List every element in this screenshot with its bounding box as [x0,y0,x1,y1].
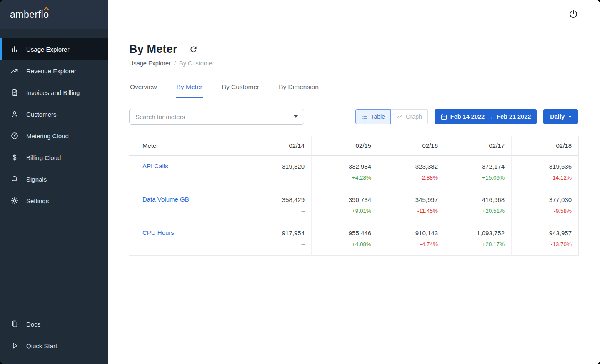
date-column-header: 02/16 [378,136,445,156]
breadcrumb-parent[interactable]: Usage Explorer [129,60,171,67]
usage-delta: -9.58% [512,207,572,214]
view-toggle-label: Graph [406,113,422,120]
breadcrumb: Usage Explorer / By Customer [129,60,578,67]
sidebar-item-metering-cloud[interactable]: Metering Cloud [0,125,108,147]
sidebar-item-label: Signals [26,176,47,183]
dollar-icon [10,153,19,162]
chevron-down-icon[interactable] [294,115,298,118]
date-range-button[interactable]: Feb 14 2022 → Feb 21 2022 [435,109,537,124]
tab-by-customer[interactable]: By Customer [221,83,260,98]
search-input[interactable] [135,113,290,120]
value-cell: 917,954– [245,222,312,256]
value-cell: 358,429– [245,189,312,222]
sidebar-item-label: Usage Explorer [26,46,69,53]
right-controls: TableGraph Feb 14 2022 → Feb 21 2022 Dai… [355,109,578,124]
usage-value: 377,030 [512,196,572,204]
power-button[interactable] [567,7,580,22]
sidebar-item-customers[interactable]: Customers [0,103,108,125]
power-icon [568,14,578,20]
usage-value: 332,984 [312,162,371,171]
meter-search[interactable] [129,109,304,125]
usage-table: Meter 02/1402/1502/1602/1702/18 API Call… [129,136,579,256]
usage-delta: +4.08% [312,241,371,248]
docs-icon [10,319,19,329]
date-column-header: 02/15 [312,136,378,156]
title-row: By Meter [129,43,578,56]
tab-by-meter[interactable]: By Meter [176,83,203,98]
table-view-button[interactable]: Table [355,109,390,124]
usage-delta: -13.70% [512,241,572,248]
usage-value: 390,734 [312,196,371,204]
app-window: amberflo Usage ExplorerRevenue ExplorerI… [0,0,600,364]
sidebar-item-label: Quick Start [26,342,57,349]
usage-value: 416,968 [445,196,505,204]
usage-delta: +9.01% [312,207,371,214]
gear-icon [10,196,19,205]
value-cell: 319,320– [245,156,312,189]
sidebar-item-label: Metering Cloud [26,132,69,140]
usage-value: 917,954 [245,229,305,237]
usage-value: 358,429 [245,196,305,204]
meter-column-header: Meter [129,136,245,156]
sidebar-item-revenue-explorer[interactable]: Revenue Explorer [0,60,108,82]
refresh-icon[interactable] [189,45,198,54]
meter-link[interactable]: Data Volume GB [142,196,189,203]
value-cell: 943,957-13.70% [512,222,578,256]
usage-value: 1,093,752 [445,229,505,237]
gauge-icon [10,131,19,140]
meter-cell: Data Volume GB [129,189,245,222]
logo[interactable]: amberflo [0,0,108,29]
usage-delta: +20.17% [445,241,505,248]
usage-value: 955,446 [312,229,371,237]
sidebar-item-quick-start[interactable]: Quick Start [0,335,108,357]
person-icon [10,110,19,119]
calendar-icon [440,113,448,120]
sidebar-item-settings[interactable]: Settings [0,190,108,212]
arrow-right-icon: → [488,113,494,120]
usage-value: 319,636 [512,162,572,171]
bell-icon [10,175,19,184]
graph-view-button[interactable]: Graph [391,109,428,124]
granularity-button[interactable]: Daily [543,109,578,124]
invoice-icon [10,88,19,97]
value-cell: 1,093,752+20.17% [445,222,512,256]
sidebar-item-billing-cloud[interactable]: Billing Cloud [0,147,108,168]
meter-cell: API Calls [129,156,245,189]
sidebar-nav: Usage ExplorerRevenue ExplorerInvoices a… [0,29,108,313]
breadcrumb-current: By Customer [179,60,214,67]
table-header-row: Meter 02/1402/1502/1602/1702/18 [129,136,578,156]
usage-delta: -11.45% [378,207,438,214]
date-column-header: 02/18 [512,136,578,156]
date-range-start: Feb 14 2022 [450,113,485,120]
sidebar-item-usage-explorer[interactable]: Usage Explorer [0,38,108,60]
sidebar-item-label: Docs [26,321,40,328]
logo-hat-icon [43,7,49,10]
sidebar-item-label: Settings [26,197,49,204]
meter-link[interactable]: CPU Hours [142,229,174,236]
usage-delta: +20.51% [445,207,505,214]
sidebar-item-label: Billing Cloud [26,154,61,161]
sidebar-item-label: Revenue Explorer [26,67,76,75]
sidebar-item-signals[interactable]: Signals [0,168,108,190]
table-row: Data Volume GB358,429–390,734+9.01%345,9… [129,189,578,222]
meter-link[interactable]: API Calls [142,162,168,170]
tab-by-dimension[interactable]: By Dimension [278,83,320,98]
tab-overview[interactable]: Overview [129,83,158,98]
usage-delta: +15.09% [445,174,505,181]
usage-delta: – [245,207,305,214]
page-title: By Meter [129,43,178,56]
view-toggle-label: Table [371,113,385,120]
usage-delta: -2.88% [378,174,438,181]
date-column-header: 02/14 [245,136,312,156]
topbar [108,0,600,29]
value-cell: 910,143-4.74% [378,222,445,256]
sidebar-item-invoices-and-billing[interactable]: Invoices and Billing [0,82,108,103]
sidebar-item-docs[interactable]: Docs [0,313,108,335]
sidebar: amberflo Usage ExplorerRevenue ExplorerI… [0,0,108,364]
date-range-end: Feb 21 2022 [497,113,531,120]
page-content: By Meter Usage Explorer / By Customer Ov… [108,29,600,256]
play-icon [10,341,19,350]
value-cell: 345,997-11.45% [378,189,445,222]
usage-value: 345,997 [378,196,438,204]
value-cell: 377,030-9.58% [512,189,578,222]
